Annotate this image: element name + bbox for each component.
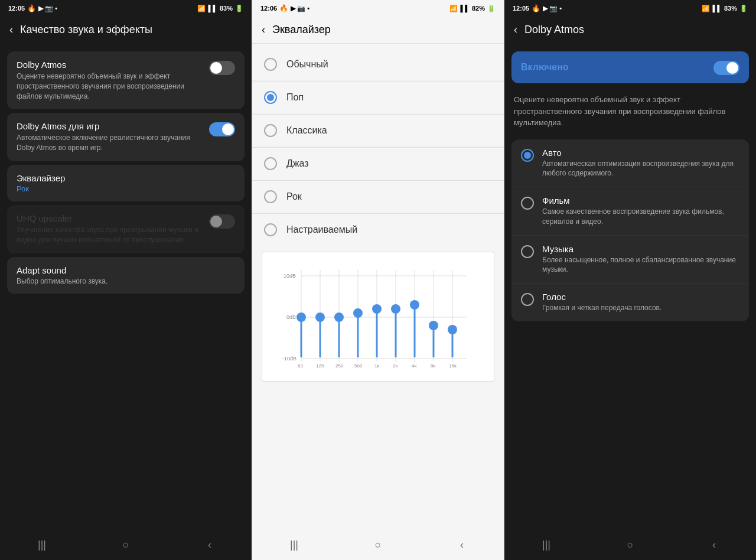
adapt-sound-section[interactable]: Adapt sound Выбор оптимального звука. (7, 257, 245, 294)
radio-film[interactable] (521, 197, 534, 210)
svg-text:250: 250 (335, 363, 344, 369)
dolby-atmos-toggle[interactable] (209, 61, 235, 75)
eq-label-jazz: Джаз (286, 158, 309, 169)
radio-auto[interactable] (521, 149, 534, 162)
eq-label-rock: Рок (286, 191, 302, 202)
battery-3: 83% (724, 5, 737, 12)
svg-point-28 (410, 300, 419, 310)
page-title-1: Качество звука и эффекты (20, 24, 152, 36)
dolby-enabled-toggle[interactable] (713, 61, 739, 75)
nav-home-1[interactable]: ○ (114, 536, 138, 554)
dolby-enabled-toggle-thumb (726, 62, 738, 74)
eq-option-rock[interactable]: Рок (252, 181, 504, 213)
uhq-item: UHQ upscaler Улучшение качества звука пр… (17, 213, 235, 245)
nav-menu-2[interactable]: ||| (282, 536, 306, 554)
dolby-mode-voice-title: Голос (542, 292, 739, 302)
eq-option-normal[interactable]: Обычный (252, 48, 504, 81)
eq-chart-area: 10dB 0dB -10dB (262, 252, 494, 382)
dolby-mode-section: Авто Автоматическая оптимизация воспроиз… (511, 139, 749, 322)
svg-text:63: 63 (298, 363, 303, 369)
nav-back-1[interactable]: ‹ (198, 536, 221, 554)
radio-auto-inner (524, 152, 531, 159)
header-1: ‹ Качество звука и эффекты (0, 17, 252, 43)
dolby-gaming-desc: Автоматическое включение реалистичного з… (17, 133, 209, 153)
nav-home-2[interactable]: ○ (366, 536, 390, 554)
battery-icon-3: 🔋 (739, 5, 748, 12)
signal-icon-1: ▌▌ (208, 5, 217, 12)
time-3: 12:05 (513, 5, 529, 12)
dolby-atmos-title: Dolby Atmos (17, 60, 209, 70)
flame-icon-2: 🔥 (279, 4, 288, 12)
dolby-enabled-label: Включено (521, 62, 569, 73)
dolby-mode-auto[interactable]: Авто Автоматическая оптимизация воспроиз… (511, 139, 749, 188)
dolby-mode-music[interactable]: Музыка Более насыщенное, полное и сбалан… (511, 236, 749, 284)
content-1: Dolby Atmos Оцените невероятно объемный … (0, 43, 252, 529)
svg-text:8k: 8k (431, 363, 436, 369)
dolby-atmos-section: Dolby Atmos Оцените невероятно объемный … (7, 51, 245, 109)
signal-icon-3: ▌▌ (712, 5, 722, 12)
svg-point-30 (429, 321, 438, 330)
radio-pop[interactable] (264, 91, 277, 104)
dolby-gaming-item[interactable]: Dolby Atmos для игр Автоматическое включ… (17, 121, 235, 153)
equalizer-section[interactable]: Эквалайзер Рок (7, 165, 245, 201)
nav-bar-1: ||| ○ ‹ (0, 529, 252, 560)
eq-label-pop: Поп (286, 92, 304, 103)
svg-point-18 (315, 312, 325, 322)
wifi-icon-2: 📶 (449, 5, 458, 12)
dolby-mode-voice-desc: Громкая и четкая передача голосов. (542, 303, 739, 313)
svg-text:2k: 2k (393, 363, 398, 369)
radio-classic[interactable] (264, 124, 277, 137)
media-icons-2: ▶ 📷 • (291, 5, 309, 12)
svg-text:0dB: 0dB (286, 314, 296, 320)
nav-menu-3[interactable]: ||| (535, 536, 558, 554)
radio-custom[interactable] (264, 223, 277, 236)
radio-jazz[interactable] (264, 157, 277, 170)
radio-normal[interactable] (264, 58, 277, 71)
nav-bar-2: ||| ○ ‹ (252, 529, 504, 560)
time-2: 12:06 (260, 5, 277, 12)
dolby-gaming-toggle[interactable] (209, 122, 235, 136)
header-3: ‹ Dolby Atmos (504, 17, 756, 43)
battery-1: 83% (220, 5, 233, 12)
dolby-atmos-toggle-thumb (210, 62, 222, 74)
svg-point-24 (372, 304, 382, 314)
radio-rock[interactable] (264, 190, 277, 203)
dolby-mode-film-desc: Самое качественное воспроизведение звука… (542, 207, 739, 227)
dolby-enabled-bar[interactable]: Включено (511, 51, 749, 83)
radio-voice[interactable] (521, 293, 534, 306)
media-icons-3: ▶ 📷 • (543, 5, 562, 12)
dolby-description: Оцените невероятно объемный звук и эффек… (514, 94, 747, 129)
dolby-mode-auto-desc: Автоматическая оптимизация воспроизведен… (542, 159, 739, 179)
flame-icon-3: 🔥 (532, 4, 540, 12)
wifi-icon-1: 📶 (197, 5, 206, 12)
eq-option-classic[interactable]: Классика (252, 115, 504, 147)
uhq-section: UHQ upscaler Улучшение качества звука пр… (7, 205, 245, 253)
eq-option-custom[interactable]: Настраиваемый (252, 214, 504, 246)
back-button-3[interactable]: ‹ (514, 24, 517, 36)
wifi-icon-3: 📶 (702, 5, 710, 12)
svg-point-26 (391, 304, 400, 314)
uhq-toggle (209, 214, 235, 229)
dolby-mode-film[interactable]: Фильм Самое качественное воспроизведение… (511, 187, 749, 236)
eq-option-jazz[interactable]: Джаз (252, 148, 504, 180)
dolby-mode-film-title: Фильм (542, 196, 739, 206)
battery-icon-1: 🔋 (235, 5, 243, 12)
eq-option-pop[interactable]: Поп (252, 82, 504, 114)
back-button-1[interactable]: ‹ (9, 24, 13, 36)
nav-menu-1[interactable]: ||| (30, 536, 54, 554)
adapt-sound-title: Adapt sound (17, 265, 235, 275)
signal-icon-2: ▌▌ (460, 5, 470, 12)
nav-bar-3: ||| ○ ‹ (504, 529, 756, 560)
nav-home-3[interactable]: ○ (618, 536, 642, 554)
dolby-atmos-item[interactable]: Dolby Atmos Оцените невероятно объемный … (17, 60, 235, 101)
dolby-gaming-toggle-thumb (222, 123, 234, 135)
flame-icon-1: 🔥 (27, 4, 36, 12)
radio-music[interactable] (521, 245, 534, 258)
nav-back-2[interactable]: ‹ (450, 536, 474, 554)
status-bar-1: 12:05 🔥 ▶ 📷 • 📶 ▌▌ 83% 🔋 (0, 0, 252, 17)
nav-back-3[interactable]: ‹ (702, 536, 726, 554)
media-icons-1: ▶ 📷 • (38, 5, 57, 12)
back-button-2[interactable]: ‹ (262, 24, 265, 36)
dolby-mode-voice[interactable]: Голос Громкая и четкая передача голосов. (511, 284, 749, 321)
battery-icon-2: 🔋 (487, 5, 496, 12)
